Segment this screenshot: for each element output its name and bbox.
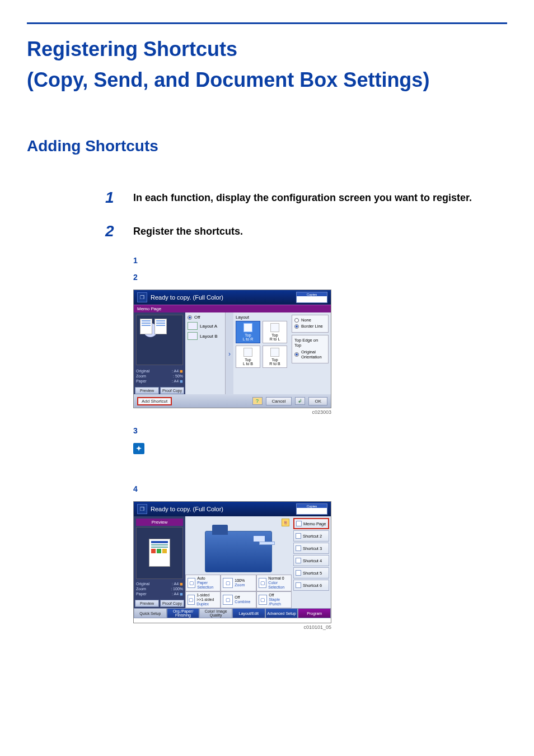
quick-cell-2[interactable]: ▢Normal 0Color Selection xyxy=(256,575,292,591)
section-heading: Adding Shortcuts xyxy=(27,137,507,155)
step-2-text: Register the shortcuts. xyxy=(133,222,243,240)
option-layout-a[interactable]: Layout A xyxy=(188,322,223,330)
substep-3: 3 xyxy=(133,426,507,435)
enter-icon: ↲ xyxy=(295,397,305,405)
help-icon[interactable]: ? xyxy=(252,397,263,405)
copies-counter-2: Copies 1 xyxy=(296,503,327,515)
preview-thumbnail xyxy=(136,315,183,365)
zoom-label: Zoom xyxy=(136,374,146,379)
copies-counter: Copies 1 xyxy=(296,292,327,303)
copies-value: 1 xyxy=(297,296,327,302)
paper-label: Paper xyxy=(136,379,147,384)
option-off[interactable]: Off xyxy=(188,315,223,320)
zoom-value-2: 100% xyxy=(173,587,183,591)
original-label-2: Original xyxy=(136,581,149,586)
copies-value-2: 1 xyxy=(297,508,327,514)
printer-icon: ❐ xyxy=(137,292,147,302)
step-1-text: In each function, display the configurat… xyxy=(133,189,472,207)
screenshot1-id: c023003 xyxy=(133,409,331,415)
shortcut-1[interactable]: Memo Page xyxy=(293,518,329,529)
substep-4: 4 xyxy=(133,484,507,493)
paper-label-2: Paper xyxy=(136,591,147,596)
add-shortcut-button[interactable]: Add Shortcut xyxy=(137,397,172,405)
tab-program[interactable]: Program xyxy=(298,608,331,618)
shortcut-5[interactable]: Shortcut 5 xyxy=(293,567,329,578)
status-ready-2: Ready to copy. (Full Color) xyxy=(151,506,223,512)
layout-cell-0[interactable]: TopL to R xyxy=(236,321,260,343)
top-edge-title: Top Edge on Top xyxy=(294,338,326,348)
layout-cell-2[interactable]: TopL to B xyxy=(236,346,260,368)
screenshot-quick-setup: ❐ Ready to copy. (Full Color) Copies 1 P… xyxy=(133,501,331,623)
shortcut-3[interactable]: Shortcut 3 xyxy=(293,543,329,554)
tab-color-quality[interactable]: Color/ Image Quality xyxy=(199,608,232,618)
quick-cell-4[interactable]: ▢OffCombine xyxy=(221,591,256,608)
printer-icon: ❐ xyxy=(137,504,147,514)
step-2-number: 2 xyxy=(105,222,120,240)
original-value-2: A4 xyxy=(174,582,179,586)
original-value: A4 xyxy=(174,369,179,373)
expand-arrow-icon[interactable]: › xyxy=(226,312,233,395)
option-layout-b[interactable]: Layout B xyxy=(188,332,223,340)
option-border-line[interactable]: Border Line xyxy=(294,324,326,329)
cancel-button[interactable]: Cancel xyxy=(266,397,292,405)
ok-button[interactable]: OK xyxy=(308,397,327,405)
tab-org-paper[interactable]: Org./Paper/ Finishing xyxy=(167,608,200,618)
device-image xyxy=(205,531,272,572)
device-link-icon[interactable]: ⎘ xyxy=(282,519,289,526)
layout-cell-1[interactable]: TopR to L xyxy=(263,321,287,343)
tab-quick-setup[interactable]: Quick Setup xyxy=(134,608,167,618)
option-original-orientation[interactable]: Original Orientation xyxy=(294,349,326,360)
paper-value-2: A4 xyxy=(174,592,179,596)
preview-thumbnail-2 xyxy=(136,527,183,579)
tab-advanced-setup[interactable]: Advanced Setup xyxy=(265,608,298,618)
page-title-line1: Registering Shortcuts xyxy=(27,36,507,62)
shortcut-2[interactable]: Shortcut 2 xyxy=(293,530,329,542)
substep-1: 1 xyxy=(133,256,507,265)
status-ready: Ready to copy. (Full Color) xyxy=(151,294,223,301)
step-1-number: 1 xyxy=(105,189,120,207)
shortcut-6[interactable]: Shortcut 6 xyxy=(293,580,329,591)
screenshot2-id: c010101_05 xyxy=(133,624,331,630)
screen-title-memo-page: Memo Page xyxy=(134,305,331,312)
proof-copy-button-2[interactable]: Proof Copy xyxy=(160,600,184,607)
shortcut-4[interactable]: Shortcut 4 xyxy=(293,555,329,566)
copies-label-2: Copies xyxy=(297,504,327,508)
option-none[interactable]: None xyxy=(294,318,326,323)
substep-2: 2 xyxy=(133,273,507,282)
proof-copy-button[interactable]: Proof Copy xyxy=(160,387,184,394)
layout-cell-3[interactable]: TopR to B xyxy=(263,346,287,368)
preview-title: Preview xyxy=(136,519,183,526)
tab-layout-edit[interactable]: Layout/Edit xyxy=(232,608,265,618)
quick-cell-5[interactable]: ▢OffStaple /Punch xyxy=(256,591,292,608)
zoom-value: 50% xyxy=(175,374,183,378)
screenshot-memo-page: ❐ Ready to copy. (Full Color) Copies 1 M… xyxy=(133,290,331,408)
paper-value: A4 xyxy=(174,379,179,383)
page-title-line2: (Copy, Send, and Document Box Settings) xyxy=(27,67,507,92)
quick-cell-1[interactable]: ▢100%Zoom xyxy=(221,575,256,591)
preview-button[interactable]: Preview xyxy=(135,387,159,394)
note-icon: ✦ xyxy=(133,443,144,454)
zoom-label-2: Zoom xyxy=(136,586,146,591)
preview-button-2[interactable]: Preview xyxy=(135,600,159,607)
layout-title: Layout xyxy=(236,315,287,320)
copies-label: Copies xyxy=(297,292,327,296)
quick-cell-0[interactable]: ▢AutoPaper Selection xyxy=(185,575,221,591)
quick-cell-3[interactable]: ▢1-sided >>1-sidedDuplex xyxy=(185,591,221,608)
original-label: Original xyxy=(136,368,149,374)
